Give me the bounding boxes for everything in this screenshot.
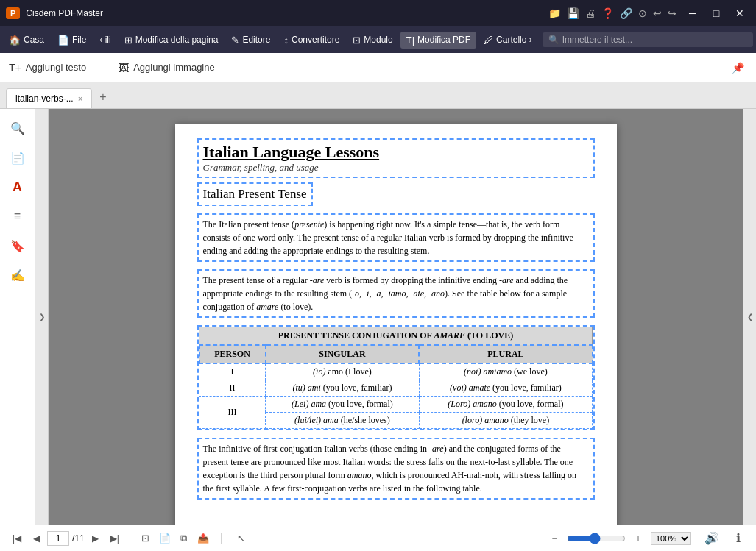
menu-modifica-pdf[interactable]: T| Modifica PDF — [400, 32, 476, 49]
pin-button[interactable]: 📌 — [732, 62, 756, 74]
last-page-button[interactable]: ▶| — [107, 530, 123, 547]
sidebar-list-icon[interactable]: ≡ — [4, 203, 31, 230]
info-icon[interactable]: ℹ — [727, 527, 750, 550]
table-row: I (io) amo (I love) (noi) amiamo (we lov… — [199, 363, 593, 380]
add-text-button[interactable]: T+ Aggiungi testo — [0, 58, 95, 77]
page-number-input[interactable] — [47, 531, 69, 546]
modifica-icon: T| — [406, 35, 414, 46]
menu-convertitore-label: Convertitore — [292, 35, 339, 45]
separator: │ — [214, 530, 230, 547]
tab-add-button[interactable]: + — [92, 86, 113, 108]
title-bar: P Cisdem PDFMaster 📁 💾 🖨 ❓ 🔗 ⊙ ↩ ↪ ─ □ ✕ — [0, 0, 756, 26]
section-heading-block[interactable]: Italian Present Tense — [197, 182, 313, 206]
zoom-in-button[interactable]: + — [630, 530, 646, 547]
redo-icon[interactable]: ↪ — [668, 7, 676, 19]
plural-iii-top: (Loro) amano (you love, formal) — [419, 397, 592, 413]
export-icon[interactable]: 📤 — [195, 530, 211, 547]
status-tools: ⊡ 📄 ⧉ 📤 │ ↖ — [138, 530, 250, 547]
singular-ii: (tu) ami (you love, familiar) — [266, 380, 420, 397]
menu-modulo[interactable]: ⊡ Modulo — [347, 32, 398, 49]
singular-iii-bottom: (lui/lei) ama (he/she loves) — [266, 413, 420, 429]
pdf-page: Italian Language Lessons Grammar, spelli… — [175, 124, 617, 525]
right-panel-toggle[interactable]: ❮ — [743, 109, 756, 525]
zoom-out-button[interactable]: − — [546, 530, 562, 547]
paragraph2-block[interactable]: The present tense of a regular -are verb… — [197, 269, 595, 318]
window-controls: ─ □ ✕ — [682, 3, 750, 24]
first-page-button[interactable]: |◀ — [9, 530, 25, 547]
page-navigation: |◀ ◀ /11 ▶ ▶| — [0, 530, 132, 547]
menu-casa-label: Casa — [24, 35, 44, 45]
sidebar-page-icon[interactable]: 📄 — [4, 144, 31, 171]
document-icon[interactable]: 📄 — [157, 530, 173, 547]
app-title: Cisdem PDFMaster — [26, 8, 537, 18]
speaker-icon[interactable]: 🔊 — [700, 527, 724, 550]
bookmark-icon[interactable]: 🔗 — [620, 7, 632, 19]
next-page-button[interactable]: ▶ — [88, 530, 104, 547]
print-icon[interactable]: 🖨 — [585, 7, 596, 19]
pdf-content-area[interactable]: Italian Language Lessons Grammar, spelli… — [49, 109, 743, 525]
menu-modulo-label: Modulo — [364, 35, 392, 45]
main-layout: 🔍 📄 A ≡ 🔖 ✍ ❯ Italian Language Lessons G… — [0, 109, 756, 525]
paragraph3-text: The infinitive of first-conjugation Ital… — [203, 442, 589, 495]
settings-icon[interactable]: ⊙ — [638, 7, 647, 19]
sidebar-text-icon[interactable]: A — [4, 174, 31, 200]
convert-icon: ↕ — [283, 35, 289, 46]
undo-icon[interactable]: ↩ — [653, 7, 662, 19]
page-total: /11 — [72, 533, 85, 544]
title-block[interactable]: Italian Language Lessons Grammar, spelli… — [197, 138, 595, 178]
cursor-icon[interactable]: ↖ — [233, 530, 250, 547]
casa-icon: 🏠 — [9, 35, 21, 46]
menu-file[interactable]: 📄 File — [52, 32, 92, 49]
close-button[interactable]: ✕ — [729, 3, 750, 24]
copy-icon[interactable]: ⧉ — [176, 530, 192, 547]
table-row: III (Lei) ama (you love, formal) (Loro) … — [199, 397, 593, 413]
tab-close-button[interactable]: × — [78, 94, 82, 103]
zoom-slider[interactable] — [567, 533, 626, 544]
menu-cartello[interactable]: 🖊 Cartello › — [478, 32, 538, 49]
tab-italian-verbs[interactable]: italian-verbs-... × — [6, 88, 92, 108]
sidebar-bookmark-icon[interactable]: 🔖 — [4, 232, 31, 259]
sidebar-search-icon[interactable]: 🔍 — [4, 115, 31, 141]
search-icon: 🔍 — [548, 35, 559, 45]
menu-casa[interactable]: 🏠 Casa — [3, 32, 50, 49]
menu-modifica-pdf-label: Modifica PDF — [417, 35, 470, 45]
zoom-controls: − + 100% 75% 125% 150% — [546, 530, 691, 547]
col-plural: PLURAL — [419, 345, 592, 363]
paragraph1-block[interactable]: The Italian present tense (presente) is … — [197, 213, 595, 262]
table-row: II (tu) ami (you love, familiar) (voi) a… — [199, 380, 593, 397]
file-icon[interactable]: 📁 — [548, 7, 561, 19]
tab-label: italian-verbs-... — [15, 93, 74, 104]
pdf-subtitle: Grammar, spelling, and usage — [203, 162, 589, 174]
save-icon[interactable]: 💾 — [567, 7, 579, 19]
file-menu-icon: 📄 — [57, 35, 69, 46]
person-i: I — [199, 363, 266, 380]
status-bar: |◀ ◀ /11 ▶ ▶| ⊡ 📄 ⧉ 📤 │ ↖ − + 100% 75% 1… — [0, 525, 756, 551]
conjugation-table: PRESENT TENSE CONJUGATION OF AMARE (TO L… — [199, 327, 593, 429]
fit-page-icon[interactable]: ⊡ — [138, 530, 154, 547]
add-text-icon: T+ — [9, 62, 21, 74]
person-ii: II — [199, 380, 266, 397]
maximize-button[interactable]: □ — [706, 3, 727, 24]
minimize-button[interactable]: ─ — [682, 3, 703, 24]
add-image-button[interactable]: 🖼 Aggiungi immagine — [110, 58, 224, 77]
menu-cartello-label: Cartello › — [496, 35, 532, 45]
cartello-icon: 🖊 — [484, 35, 493, 46]
search-bar[interactable]: 🔍 Immettere il test... — [543, 32, 753, 47]
sidebar-sign-icon[interactable]: ✍ — [4, 262, 31, 288]
grid-icon: ⊞ — [124, 35, 133, 46]
person-iii: III — [199, 397, 266, 429]
plural-iii-bottom: (loro) amano (they love) — [419, 413, 592, 429]
tab-bar: italian-verbs-... × + — [0, 82, 756, 109]
zoom-select[interactable]: 100% 75% 125% 150% — [651, 532, 691, 545]
singular-i: (io) amo (I love) — [266, 363, 420, 380]
prev-page-button[interactable]: ◀ — [28, 530, 44, 547]
menu-convertitore[interactable]: ↕ Convertitore — [278, 32, 345, 49]
menu-modifica-pagina[interactable]: ⊞ Modifica della pagina — [119, 32, 225, 49]
help-icon[interactable]: ❓ — [601, 7, 614, 19]
left-panel-toggle[interactable]: ❯ — [35, 109, 49, 525]
add-image-label: Aggiungi immagine — [133, 62, 215, 73]
menu-ili[interactable]: ‹ ili — [93, 32, 116, 48]
menu-editore[interactable]: ✎ Editore — [225, 32, 276, 49]
paragraph3-block[interactable]: The infinitive of first-conjugation Ital… — [197, 438, 595, 500]
add-image-icon: 🖼 — [119, 62, 129, 74]
